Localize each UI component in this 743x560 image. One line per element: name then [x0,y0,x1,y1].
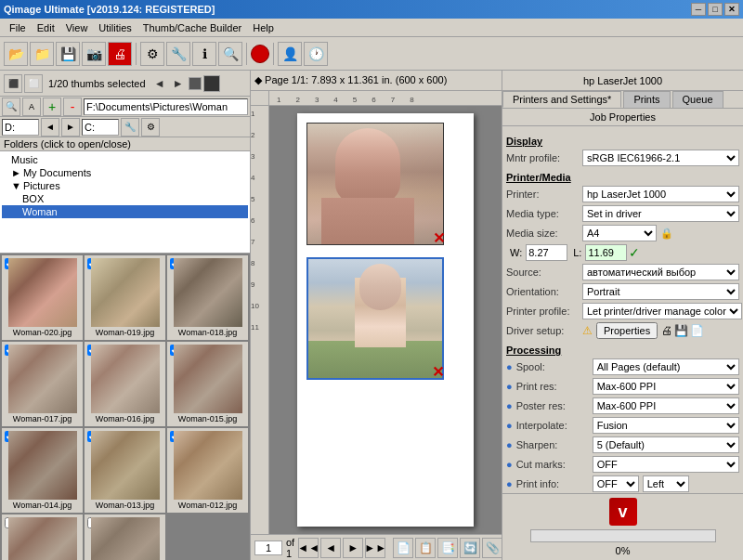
spool-select[interactable]: All Pages (default) [593,358,739,375]
profile-button[interactable]: 👤 [278,42,302,66]
canvas-with-rulers: 1 2 3 4 5 6 7 8 1 2 3 4 5 [251,91,502,534]
folder-woman[interactable]: Woman [2,205,248,218]
open-button[interactable]: 📂 [4,42,28,66]
folder-button[interactable]: 📁 [30,42,54,66]
printer-label: Printer: [506,189,580,200]
nav-first-button[interactable]: ◄◄ [298,538,319,558]
drive-forward-button[interactable]: ► [61,118,80,137]
drive-c-input[interactable] [82,119,119,136]
menu-utilities[interactable]: Utilities [93,20,137,35]
poster-res-select[interactable]: Max-600 PPI [593,397,739,414]
path-bar: 🔍 A + - [0,97,250,117]
path-add-button[interactable]: + [43,98,61,116]
thumb-cell-0[interactable]: Woman-020.jpg [2,255,83,340]
maximize-button[interactable]: □ [708,3,723,16]
canvas-scroll-area[interactable]: ✕ ✕ [269,106,502,534]
thumb-cell-9[interactable]: Woman-011.jpg [2,514,83,560]
mntr-profile-select[interactable]: sRGB IEC61966-2.1 [582,150,739,166]
source-select[interactable]: автоматический выбор [582,264,739,280]
deselect-button[interactable]: ⬜ [24,74,43,93]
folder-tree[interactable]: Music ► My Documents ▼ Pictures BOX Woma… [0,151,250,254]
close-top-image[interactable]: ✕ [433,231,445,246]
print-res-select[interactable]: Max-600 PPI [593,378,739,395]
path-alpha-button[interactable]: A [22,98,41,116]
thumb-cell-10[interactable]: Woman-010.jpg [85,514,165,560]
thumb-cell-2[interactable]: Woman-018.jpg [167,255,248,340]
thumb-cell-8[interactable]: Woman-012.jpg [167,428,248,513]
thumb-cell-5[interactable]: Woman-015.jpg [167,342,248,426]
thumb-cell-7[interactable]: Woman-013.jpg [85,428,165,513]
nav-right-button[interactable]: ► [170,75,187,92]
zoom-button[interactable]: 🔍 [218,42,242,66]
print-info-side-select[interactable]: Left [643,475,689,492]
print-v-button[interactable]: v [609,498,637,526]
close-bottom-image[interactable]: ✕ [432,365,444,380]
drive-settings-button[interactable]: ⚙ [141,118,160,137]
orientation-select[interactable]: Portrait [582,283,739,300]
cut-marks-select[interactable]: OFF [593,456,739,473]
menu-view[interactable]: View [60,20,94,35]
clock-button[interactable]: 🕐 [304,42,328,66]
menu-file[interactable]: File [4,20,32,35]
tab-printers-settings[interactable]: Printers and Settings* [502,91,621,108]
drive-wrench-button[interactable]: 🔧 [121,118,139,137]
nav-next-button[interactable]: ► [343,538,363,558]
width-input[interactable] [526,244,567,261]
menu-edit[interactable]: Edit [32,20,60,35]
drive-d-input[interactable] [2,119,39,136]
drive-back-button[interactable]: ◄ [41,118,59,137]
settings-button[interactable]: ⚙ [140,42,164,66]
duplicate-button[interactable]: 📋 [415,538,436,558]
folder-pictures-label: Pictures [23,180,60,191]
color-red[interactable] [251,45,269,63]
thumb-cell-3[interactable]: Woman-017.jpg [2,342,83,426]
nav-left-button[interactable]: ◄ [151,75,168,92]
media-size-select[interactable]: A4 [582,225,657,241]
save-button[interactable]: 💾 [56,42,80,66]
rotate-button[interactable]: 🔄 [460,538,480,558]
tab-queue[interactable]: Queue [672,91,723,108]
folder-my-documents[interactable]: ► My Documents [2,166,248,179]
info-button[interactable]: ℹ [192,42,216,66]
select-all-button[interactable]: ⬛ [4,74,22,93]
tab-prints[interactable]: Prints [623,91,670,108]
printer-select[interactable]: hp LaserJet 1000 [582,186,739,202]
path-input[interactable] [84,98,248,115]
new-page-button[interactable]: 📄 [393,538,413,558]
folder-pictures[interactable]: ▼ Pictures [2,179,248,192]
app-title: Qimage Ultimate [v2019.124: REGISTERED] [4,4,215,15]
ruler-row: 1 2 3 4 5 6 7 8 [251,91,502,106]
path-zoom-button[interactable]: 🔍 [2,98,20,116]
interpolate-select[interactable]: Fusion [593,417,739,434]
nav-prev-button[interactable]: ◄ [320,538,341,558]
nav-last-button[interactable]: ►► [365,538,385,558]
right-footer: v 0% [502,493,743,560]
folder-box[interactable]: BOX [2,192,248,205]
sharpen-select[interactable]: 5 (Default) [593,436,739,453]
menu-thumb-cache[interactable]: Thumb/Cache Builder [137,20,247,35]
print-button[interactable]: 🖨 [108,42,132,66]
print-image-bottom[interactable]: ✕ [306,257,444,380]
printer-profile-select[interactable]: Let printer/driver manage color [582,303,742,319]
minimize-button[interactable]: ─ [691,3,706,16]
length-input[interactable] [585,244,627,261]
close-button[interactable]: ✕ [724,3,739,16]
print-info-select[interactable]: OFF [593,475,639,492]
properties-button[interactable]: Properties [596,322,658,339]
print-image-top[interactable]: ✕ [306,123,444,245]
attach-button[interactable]: 📎 [482,538,502,558]
copy-button[interactable]: 📑 [437,538,458,558]
thumb-size-large[interactable] [203,75,220,92]
thumb-cell-4[interactable]: Woman-016.jpg [85,342,165,426]
folder-music[interactable]: Music [2,153,248,166]
thumb-size-small[interactable] [189,77,202,90]
thumb-cell-1[interactable]: Woman-019.jpg [85,255,165,340]
path-remove-button[interactable]: - [63,98,82,116]
thumb-cell-6[interactable]: Woman-014.jpg [2,428,83,513]
camera-button[interactable]: 📷 [82,42,106,66]
page-number-input[interactable]: 1 [254,540,282,555]
tools-button[interactable]: 🔧 [166,42,190,66]
menu-help[interactable]: Help [247,20,280,35]
folder-tree-header: Folders (click to open/close) [0,137,250,151]
media-type-select[interactable]: Set in driver [582,205,739,222]
